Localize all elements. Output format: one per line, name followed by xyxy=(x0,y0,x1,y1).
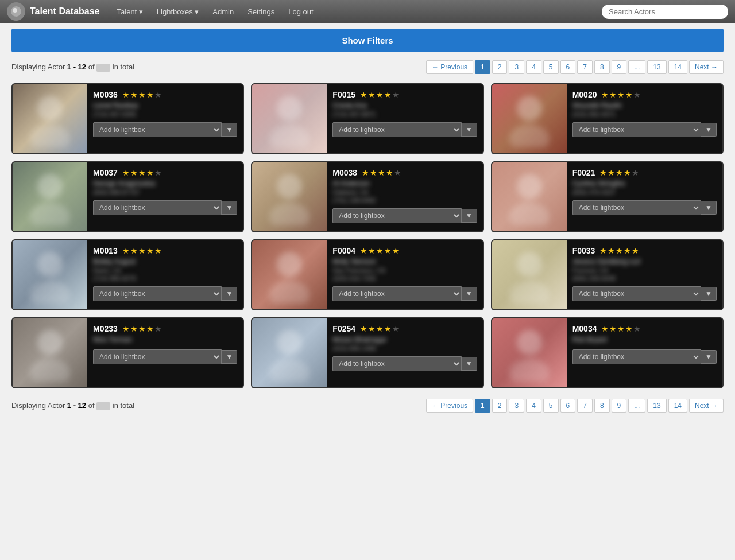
actor-location: (600) 256-6048 xyxy=(572,275,717,282)
nav-talent[interactable]: Talent ▾ xyxy=(111,4,149,20)
actor-stars: ★★★★★ xyxy=(599,246,640,255)
svg-point-22 xyxy=(277,330,302,355)
actor-card-m0020: M0020 ★★★★★ Shuvobh Rauthi (415) 582-407… xyxy=(491,83,724,154)
lightbox-select-m0020[interactable]: Add to lightbox xyxy=(572,122,701,137)
lightbox-select-m0034[interactable]: Add to lightbox xyxy=(572,349,701,364)
page-7-bottom[interactable]: 7 xyxy=(577,399,593,413)
lightbox-dropdown-btn-m0037[interactable]: ▼ xyxy=(222,201,237,215)
svg-point-12 xyxy=(517,174,542,199)
actor-phone: San Francisco, CA xyxy=(332,267,477,274)
actor-phone: (415) 806-1488 xyxy=(332,345,477,352)
lightbox-select-f0033[interactable]: Add to lightbox xyxy=(572,286,701,301)
actor-id: M0036 xyxy=(93,90,118,99)
lightbox-dropdown-btn-f0021[interactable]: ▼ xyxy=(701,201,717,215)
lightbox-select-m0037[interactable]: Add to lightbox xyxy=(93,200,222,215)
page-13-top[interactable]: 13 xyxy=(647,60,666,74)
actor-id: M0037 xyxy=(93,168,118,177)
nav-settings[interactable]: Settings xyxy=(242,4,280,20)
page-8-bottom[interactable]: 8 xyxy=(594,399,610,413)
lightbox-select-f0004[interactable]: Add to lightbox xyxy=(332,286,461,301)
actor-name: Molly Stenson xyxy=(332,258,477,266)
person-silhouette xyxy=(266,168,312,225)
person-silhouette xyxy=(27,324,73,382)
actor-id: M0020 xyxy=(572,90,597,99)
actor-phone: (650) 476-4207 xyxy=(572,189,717,196)
prev-btn-top[interactable]: ← Previous xyxy=(426,60,473,74)
lightbox-dropdown-btn-m0034[interactable]: ▼ xyxy=(701,350,717,364)
actor-stars: ★★★★★ xyxy=(360,324,400,333)
lightbox-dropdown-btn-m0233[interactable]: ▼ xyxy=(222,350,237,364)
actor-stars: ★★★★★ xyxy=(122,246,163,255)
lightbox-dropdown-btn-f0254[interactable]: ▼ xyxy=(462,357,477,371)
lightbox-select-m0233[interactable]: Add to lightbox xyxy=(93,349,222,364)
navbar: Talent Database Talent ▾ Lightboxes ▾ Ad… xyxy=(0,0,735,23)
actor-photo-m0034 xyxy=(492,318,567,387)
person-silhouette xyxy=(506,324,552,382)
actor-info-m0020: M0020 ★★★★★ Shuvobh Rauthi (415) 582-407… xyxy=(567,84,722,153)
svg-point-18 xyxy=(517,252,542,277)
svg-point-20 xyxy=(37,330,63,355)
person-silhouette xyxy=(27,168,73,225)
search-input[interactable] xyxy=(602,5,728,19)
page-7-top[interactable]: 7 xyxy=(577,60,593,74)
page-6-top[interactable]: 6 xyxy=(560,60,576,74)
actor-id: F0254 xyxy=(332,324,355,333)
lightbox-select-m0013[interactable]: Add to lightbox xyxy=(93,286,222,301)
lightbox-dropdown-btn-f0004[interactable]: ▼ xyxy=(462,287,477,301)
page-4-top[interactable]: 4 xyxy=(526,60,541,74)
actor-card-m0037: M0037 ★★★★★ George Anagnoutiss (650) 888… xyxy=(11,161,244,232)
actor-phone: (714) 407-8871 xyxy=(332,111,477,118)
page-6-bottom[interactable]: 6 xyxy=(560,399,576,413)
page-14-top[interactable]: 14 xyxy=(668,60,687,74)
lightbox-select-m0036[interactable]: Add to lightbox xyxy=(93,122,222,137)
lightbox-dropdown-btn-m0013[interactable]: ▼ xyxy=(222,287,237,301)
actor-stars: ★★★★★ xyxy=(601,324,641,333)
lightbox-dropdown-btn-m0036[interactable]: ▼ xyxy=(222,123,237,137)
actor-name: Bobby August xyxy=(93,258,237,266)
page-8-top[interactable]: 8 xyxy=(594,60,610,74)
actor-stars: ★★★★★ xyxy=(599,168,640,177)
lightbox-select-f0015[interactable]: Add to lightbox xyxy=(332,122,461,137)
nav-logout[interactable]: Log out xyxy=(283,4,319,20)
lightbox-dropdown-btn-f0015[interactable]: ▼ xyxy=(462,123,477,137)
actor-location: (325) 616-7256 xyxy=(332,275,477,282)
page-9-bottom[interactable]: 9 xyxy=(612,399,627,413)
lightbox-dropdown-btn-m0038[interactable]: ▼ xyxy=(462,209,477,223)
lightbox-select-f0021[interactable]: Add to lightbox xyxy=(572,200,701,215)
svg-point-7 xyxy=(509,125,550,147)
page-3-top[interactable]: 3 xyxy=(509,60,524,74)
page-4-bottom[interactable]: 4 xyxy=(526,399,541,413)
page-5-bottom[interactable]: 5 xyxy=(543,399,559,413)
actor-card-f0021: F0021 ★★★★★ Cynthia Stringfire (650) 476… xyxy=(491,161,724,232)
page-3-bottom[interactable]: 3 xyxy=(509,399,524,413)
page-5-top[interactable]: 5 xyxy=(543,60,559,74)
page-14-bottom[interactable]: 14 xyxy=(668,399,687,413)
next-btn-bottom[interactable]: Next → xyxy=(689,399,724,413)
actor-name: Jessica Sandberg-curl xyxy=(572,258,717,266)
next-btn-top[interactable]: Next → xyxy=(689,60,724,74)
svg-point-25 xyxy=(509,359,550,382)
actor-info-f0254: F0254 ★★★★★ Moses Bhatnagar (415) 806-14… xyxy=(327,318,482,387)
lightbox-select-f0254[interactable]: Add to lightbox xyxy=(332,356,461,371)
page-2-top[interactable]: 2 xyxy=(492,60,508,74)
lightbox-dropdown-btn-m0020[interactable]: ▼ xyxy=(701,123,717,137)
page-2-bottom[interactable]: 2 xyxy=(492,399,508,413)
lightbox-dropdown-btn-f0033[interactable]: ▼ xyxy=(701,287,717,301)
svg-point-3 xyxy=(30,125,70,147)
nav-admin[interactable]: Admin xyxy=(207,4,239,20)
page-13-bottom[interactable]: 13 xyxy=(647,399,666,413)
pagination-top: Displaying Actor 1 - 12 of in total ← Pr… xyxy=(0,57,735,77)
show-filters-button[interactable]: Show Filters xyxy=(11,29,724,52)
page-9-top[interactable]: 9 xyxy=(612,60,627,74)
lightbox-select-m0038[interactable]: Add to lightbox xyxy=(332,208,461,223)
page-controls-bottom: ← Previous 1 2 3 4 5 6 7 8 9 ... 13 14 N… xyxy=(426,399,724,413)
svg-point-15 xyxy=(30,281,70,304)
actor-card-f0004: F0004 ★★★★★ Molly Stenson San Francisco,… xyxy=(251,239,483,310)
nav-lightboxes[interactable]: Lightboxes ▾ xyxy=(151,4,205,20)
actor-photo-m0233 xyxy=(13,318,87,387)
page-1-bottom[interactable]: 1 xyxy=(475,399,490,413)
svg-point-2 xyxy=(37,96,63,121)
prev-btn-bottom[interactable]: ← Previous xyxy=(426,399,473,413)
page-1-top[interactable]: 1 xyxy=(475,60,490,74)
page-controls-top: ← Previous 1 2 3 4 5 6 7 8 9 ... 13 14 N… xyxy=(426,60,724,74)
